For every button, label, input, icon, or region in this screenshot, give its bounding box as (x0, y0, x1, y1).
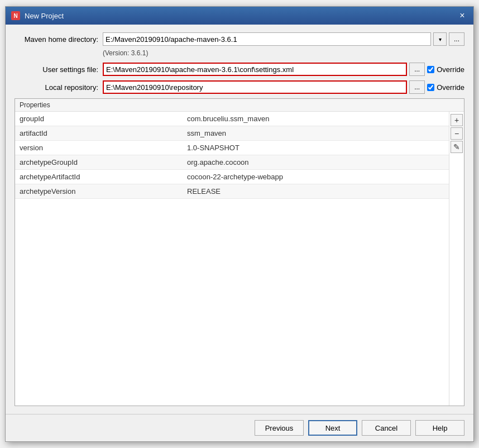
title-bar: N New Project × (6, 7, 473, 25)
prop-value: org.apache.cocoon (183, 158, 449, 166)
local-repo-label: Local repository: (15, 83, 98, 92)
local-repo-row: Local repository: ... Override (15, 80, 464, 94)
maven-home-dropdown-btn[interactable]: ▾ (433, 32, 447, 46)
dialog-footer: Previous Next Cancel Help (6, 414, 473, 441)
previous-button[interactable]: Previous (255, 420, 304, 436)
add-property-btn[interactable]: + (451, 114, 463, 126)
prop-key: archetypeVersion (15, 187, 183, 196)
user-settings-override-group: Override (427, 65, 464, 74)
prop-value: com.bruceliu.ssm_maven (183, 115, 449, 123)
prop-buttons: + − ✎ (449, 112, 464, 406)
user-settings-input-group: ... Override (103, 63, 464, 76)
properties-table: groupId com.bruceliu.ssm_maven artifactI… (15, 112, 449, 406)
user-settings-row: User settings file: ... Override (15, 63, 464, 76)
prop-value: RELEASE (183, 187, 449, 196)
properties-header: Properties (15, 99, 464, 112)
table-row[interactable]: artifactId ssm_maven (15, 126, 449, 141)
table-row[interactable]: version 1.0-SNAPSHOT (15, 141, 449, 155)
maven-home-input[interactable] (103, 32, 431, 46)
props-with-buttons: groupId com.bruceliu.ssm_maven artifactI… (15, 112, 464, 406)
user-settings-input[interactable] (103, 63, 407, 76)
maven-home-row: Maven home directory: ▾ ... (15, 32, 464, 46)
user-settings-browse-btn[interactable]: ... (409, 63, 425, 76)
prop-value: 1.0-SNAPSHOT (183, 144, 449, 152)
prop-value: cocoon-22-archetype-webapp (183, 173, 449, 181)
dialog-content: Maven home directory: ▾ ... (Version: 3.… (6, 25, 473, 414)
table-row[interactable]: groupId com.bruceliu.ssm_maven (15, 112, 449, 126)
close-button[interactable]: × (457, 10, 468, 21)
maven-home-input-group: ▾ ... (103, 32, 464, 46)
local-repo-override-label: Override (437, 83, 464, 92)
properties-section: Properties groupId com.bruceliu.ssm_mave… (15, 98, 464, 406)
edit-property-btn[interactable]: ✎ (451, 141, 463, 153)
title-bar-left: N New Project (11, 11, 64, 20)
local-repo-input[interactable] (103, 80, 407, 94)
maven-home-label: Maven home directory: (15, 35, 98, 44)
prop-key: archetypeArtifactId (15, 173, 183, 181)
local-repo-input-group: ... Override (103, 80, 464, 94)
remove-property-btn[interactable]: − (451, 127, 463, 140)
next-button[interactable]: Next (308, 420, 357, 436)
prop-value: ssm_maven (183, 129, 449, 137)
table-row[interactable]: archetypeGroupId org.apache.cocoon (15, 155, 449, 170)
user-settings-label: User settings file: (15, 65, 98, 74)
user-settings-override-label: Override (437, 65, 464, 74)
local-repo-override-group: Override (427, 83, 464, 92)
help-button[interactable]: Help (415, 420, 464, 436)
dialog-title: New Project (25, 12, 64, 20)
prop-key: artifactId (15, 129, 183, 137)
user-settings-override-checkbox[interactable] (427, 66, 434, 73)
maven-home-browse-btn[interactable]: ... (449, 32, 464, 46)
local-repo-override-checkbox[interactable] (427, 84, 434, 91)
table-row[interactable]: archetypeArtifactId cocoon-22-archetype-… (15, 170, 449, 184)
version-text: (Version: 3.6.1) (103, 49, 464, 57)
cancel-button[interactable]: Cancel (362, 420, 411, 436)
new-project-dialog: N New Project × Maven home directory: ▾ … (5, 6, 474, 442)
dialog-icon: N (11, 11, 20, 20)
table-row[interactable]: archetypeVersion RELEASE (15, 184, 449, 199)
prop-key: groupId (15, 115, 183, 123)
local-repo-browse-btn[interactable]: ... (409, 80, 425, 94)
prop-key: archetypeGroupId (15, 158, 183, 166)
prop-key: version (15, 144, 183, 152)
properties-title: Properties (20, 101, 50, 109)
